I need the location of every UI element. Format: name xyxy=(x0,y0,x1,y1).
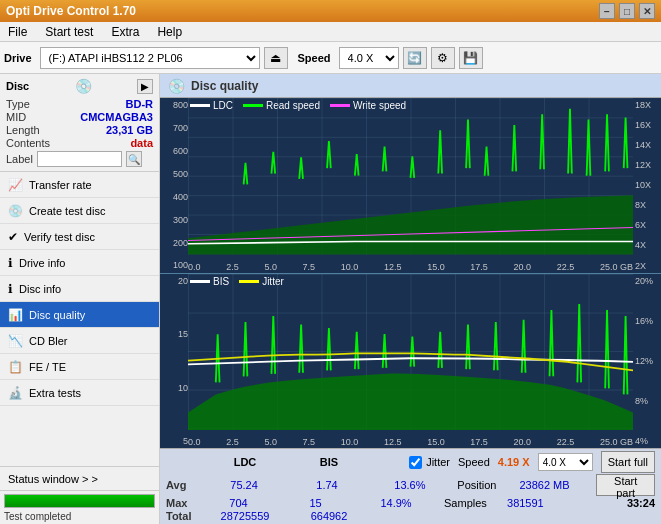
disc-quality-label: Disc quality xyxy=(29,309,85,321)
cd-bler-label: CD Bler xyxy=(29,335,68,347)
sidebar-item-extra-tests[interactable]: 🔬 Extra tests xyxy=(0,380,159,406)
max-jitter: 14.9% xyxy=(356,497,436,509)
sidebar: Disc 💿 ▶ Type BD-R MID CMCMAGBA3 Length … xyxy=(0,74,160,524)
disc-info-icon: ℹ xyxy=(8,282,13,296)
avg-row: Avg 75.24 1.74 13.6% Position 23862 MB S… xyxy=(166,474,655,496)
extra-tests-icon: 🔬 xyxy=(8,386,23,400)
sidebar-item-verify-test-disc[interactable]: ✔ Verify test disc xyxy=(0,224,159,250)
disc-quality-icon: 📊 xyxy=(8,308,23,322)
max-row: Max 704 15 14.9% Samples 381591 33:24 xyxy=(166,497,655,509)
settings-button[interactable]: ⚙ xyxy=(431,47,455,69)
start-part-button[interactable]: Start part xyxy=(596,474,655,496)
menubar: File Start test Extra Help xyxy=(0,22,661,42)
progress-bar-container xyxy=(4,494,155,508)
transfer-rate-icon: 📈 xyxy=(8,178,23,192)
drive-label: Drive xyxy=(4,52,32,64)
start-full-button[interactable]: Start full xyxy=(601,451,655,473)
menu-file[interactable]: File xyxy=(4,23,31,41)
menu-start-test[interactable]: Start test xyxy=(41,23,97,41)
save-button[interactable]: 💾 xyxy=(459,47,483,69)
upper-y-axis-left: 800700600500400300200100 xyxy=(160,98,188,273)
jitter-checkbox-group: Jitter xyxy=(409,456,450,469)
length-label: Length xyxy=(6,124,40,136)
lower-y-axis-right: 20%16%12%8%4% xyxy=(633,274,661,449)
verify-test-disc-label: Verify test disc xyxy=(24,231,95,243)
sidebar-item-disc-info[interactable]: ℹ Disc info xyxy=(0,276,159,302)
type-label: Type xyxy=(6,98,30,110)
avg-ldc: 75.24 xyxy=(205,479,284,491)
label-input[interactable] xyxy=(37,151,122,167)
sidebar-item-disc-quality[interactable]: 📊 Disc quality xyxy=(0,302,159,328)
main-layout: Disc 💿 ▶ Type BD-R MID CMCMAGBA3 Length … xyxy=(0,74,661,524)
position-label: Position xyxy=(457,479,511,491)
fe-te-icon: 📋 xyxy=(8,360,23,374)
minimize-button[interactable]: − xyxy=(599,3,615,19)
status-text: Test completed xyxy=(0,511,159,524)
col-ldc-header: LDC xyxy=(205,456,285,468)
contents-label: Contents xyxy=(6,137,50,149)
mid-label: MID xyxy=(6,111,26,123)
menu-help[interactable]: Help xyxy=(153,23,186,41)
disc-info-label: Disc info xyxy=(19,283,61,295)
drive-info-label: Drive info xyxy=(19,257,65,269)
avg-right: 13.6% Position 23862 MB Start part xyxy=(370,474,655,496)
jitter-checkbox[interactable] xyxy=(409,456,422,469)
avg-label: Avg xyxy=(166,479,201,491)
samples-label: Samples xyxy=(444,497,499,509)
sidebar-item-cd-bler[interactable]: 📉 CD Bler xyxy=(0,328,159,354)
content-area: 💿 Disc quality LDC Read speed xyxy=(160,74,661,524)
transfer-rate-label: Transfer rate xyxy=(29,179,92,191)
disc-more-button[interactable]: ▶ xyxy=(137,79,153,94)
lower-x-axis: 0.02.55.07.510.012.515.017.520.022.525.0… xyxy=(188,437,633,447)
stats-bar: LDC BIS Jitter Speed 4.19 X 4.0 X Start … xyxy=(160,448,661,524)
max-right: 14.9% Samples 381591 33:24 xyxy=(356,497,655,509)
type-value: BD-R xyxy=(126,98,154,110)
create-test-disc-icon: 💿 xyxy=(8,204,23,218)
jitter-label: Jitter xyxy=(426,456,450,468)
progress-bar-fill xyxy=(5,495,154,507)
close-button[interactable]: ✕ xyxy=(639,3,655,19)
nav-list: 📈 Transfer rate 💿 Create test disc ✔ Ver… xyxy=(0,172,159,406)
max-ldc: 704 xyxy=(202,497,275,509)
speed-stat-select[interactable]: 4.0 X xyxy=(538,453,593,471)
titlebar: Opti Drive Control 1.70 − □ ✕ xyxy=(0,0,661,22)
speed-stat-value: 4.19 X xyxy=(498,456,530,468)
upper-x-axis: 0.02.55.07.510.012.515.017.520.022.525.0… xyxy=(188,262,633,272)
status-window-label: Status window > > xyxy=(8,473,98,485)
maximize-button[interactable]: □ xyxy=(619,3,635,19)
total-row: Total 28725559 664962 xyxy=(166,510,655,522)
sidebar-item-create-test-disc[interactable]: 💿 Create test disc xyxy=(0,198,159,224)
sidebar-item-drive-info[interactable]: ℹ Drive info xyxy=(0,250,159,276)
menu-extra[interactable]: Extra xyxy=(107,23,143,41)
status-window-button[interactable]: Status window > > xyxy=(0,467,159,491)
disc-quality-header: 💿 Disc quality xyxy=(160,74,661,98)
cd-bler-icon: 📉 xyxy=(8,334,23,348)
upper-y-axis-right: 18X16X14X12X10X8X6X4X2X xyxy=(633,98,661,273)
upper-chart: LDC Read speed Write speed xyxy=(160,98,661,274)
eject-button[interactable]: ⏏ xyxy=(264,47,288,69)
lower-chart: BIS Jitter xyxy=(160,274,661,449)
stats-right-controls: Jitter Speed 4.19 X 4.0 X Start full xyxy=(409,451,655,473)
speed-stat-label: Speed xyxy=(458,456,490,468)
drive-select[interactable]: (F:) ATAPI iHBS112 2 PL06 xyxy=(40,47,260,69)
contents-value: data xyxy=(130,137,153,149)
label-button[interactable]: 🔍 xyxy=(126,151,142,167)
total-bis: 664962 xyxy=(289,510,369,522)
max-label: Max xyxy=(166,497,198,509)
app-title: Opti Drive Control 1.70 xyxy=(6,4,136,18)
verify-test-disc-icon: ✔ xyxy=(8,230,18,244)
create-test-disc-label: Create test disc xyxy=(29,205,105,217)
fe-te-label: FE / TE xyxy=(29,361,66,373)
stats-header-row: LDC BIS Jitter Speed 4.19 X 4.0 X Start … xyxy=(166,451,655,473)
position-value: 23862 MB xyxy=(519,479,588,491)
dq-title: Disc quality xyxy=(191,79,258,93)
length-value: 23,31 GB xyxy=(106,124,153,136)
samples-value: 381591 xyxy=(507,497,577,509)
upper-chart-svg xyxy=(188,98,633,255)
speed-select[interactable]: 4.0 X xyxy=(339,47,399,69)
lower-y-axis-left: 2015105 xyxy=(160,274,188,449)
speed-label: Speed xyxy=(298,52,331,64)
sidebar-item-fe-te[interactable]: 📋 FE / TE xyxy=(0,354,159,380)
sidebar-item-transfer-rate[interactable]: 📈 Transfer rate xyxy=(0,172,159,198)
refresh-button[interactable]: 🔄 xyxy=(403,47,427,69)
